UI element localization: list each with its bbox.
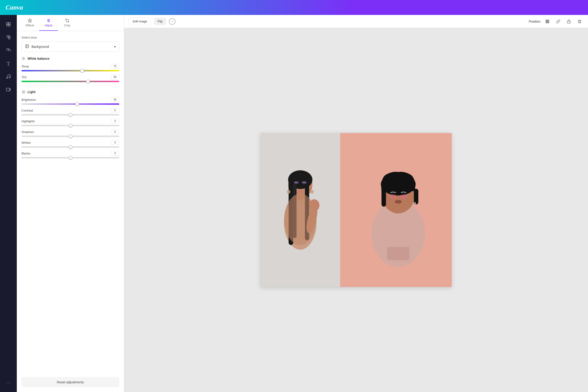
svg-rect-28 <box>548 21 549 22</box>
image-canvas <box>124 28 588 392</box>
highlights-slider-row: Highlights 0 <box>22 119 119 126</box>
svg-point-59 <box>414 202 416 204</box>
svg-rect-0 <box>6 22 8 24</box>
svg-rect-9 <box>6 88 10 91</box>
svg-rect-2 <box>6 24 8 26</box>
sidebar-icon-elements[interactable] <box>3 32 14 43</box>
svg-rect-54 <box>414 189 418 204</box>
svg-point-20 <box>26 45 26 46</box>
blacks-slider[interactable] <box>22 157 119 158</box>
svg-rect-1 <box>9 22 10 24</box>
chevron-down-icon: ▾ <box>114 45 116 48</box>
icon-sidebar: ··· <box>0 15 17 392</box>
edit-image-button[interactable]: Edit image <box>129 18 151 25</box>
reset-adjustments-button[interactable]: Reset adjustments <box>22 377 119 387</box>
highlights-value[interactable]: 0 <box>111 119 119 124</box>
blacks-thumb[interactable] <box>68 156 72 160</box>
svg-point-13 <box>49 21 50 22</box>
flip-button[interactable]: Flip <box>154 18 166 25</box>
tint-slider[interactable] <box>22 81 119 82</box>
sidebar-icon-layout[interactable] <box>3 19 14 30</box>
blacks-label: Blacks <box>22 152 30 155</box>
area-dropdown-label: Background <box>32 45 112 48</box>
tab-crop-label: Crop <box>64 24 70 27</box>
temp-label: Temp <box>22 65 29 68</box>
highlights-slider[interactable] <box>22 125 119 126</box>
canva-logo: Canva <box>6 4 23 11</box>
svg-point-44 <box>310 190 314 194</box>
contrast-label: Contrast <box>22 109 33 112</box>
svg-point-61 <box>399 194 407 199</box>
whites-label: Whites <box>22 141 31 144</box>
tint-thumb[interactable] <box>86 80 90 83</box>
svg-rect-58 <box>387 247 410 260</box>
whites-slider[interactable] <box>22 146 119 148</box>
shadows-slider[interactable] <box>22 136 119 137</box>
area-dropdown[interactable]: Background ▾ <box>22 42 119 52</box>
lock-icon[interactable] <box>565 18 572 25</box>
svg-point-8 <box>9 77 10 78</box>
highlights-thumb[interactable] <box>68 124 72 128</box>
svg-rect-29 <box>546 22 546 23</box>
shadows-value[interactable]: 0 <box>111 130 119 134</box>
whites-value[interactable]: 0 <box>111 140 119 145</box>
brightness-slider-row: Brightness 40 <box>22 97 119 105</box>
link-icon[interactable] <box>554 18 562 25</box>
brightness-label: Brightness <box>22 98 36 102</box>
blacks-value[interactable]: 0 <box>111 151 119 156</box>
top-bar: Canva <box>0 0 588 15</box>
svg-point-21 <box>23 58 24 59</box>
svg-rect-5 <box>8 37 10 39</box>
tab-effects[interactable]: Effects <box>20 15 39 31</box>
white-balance-section: White balance Temp 75 <box>22 56 119 82</box>
shadows-thumb[interactable] <box>68 134 72 138</box>
svg-rect-53 <box>382 189 386 207</box>
svg-point-7 <box>6 77 8 79</box>
image-left-panel <box>260 133 340 287</box>
svg-rect-25 <box>548 20 549 20</box>
trash-icon[interactable] <box>576 18 583 25</box>
temp-thumb[interactable] <box>80 69 84 72</box>
tint-slider-row: Tint 80 <box>22 75 119 82</box>
sidebar-icon-more[interactable]: ··· <box>3 377 14 388</box>
panel-tabs: Effects Adjust Crop <box>17 15 124 31</box>
brightness-thumb[interactable] <box>75 102 79 106</box>
svg-rect-23 <box>546 20 546 20</box>
light-title: Light <box>22 90 119 94</box>
whites-thumb[interactable] <box>68 145 72 149</box>
tab-adjust[interactable]: Adjust <box>39 15 58 31</box>
sidebar-icon-music[interactable] <box>3 71 14 82</box>
canvas-area: Edit image Flip i Position <box>124 15 588 392</box>
contrast-slider[interactable] <box>22 114 119 116</box>
shadows-slider-row: Shadows 0 <box>22 130 119 137</box>
canvas-toolbar: Edit image Flip i Position <box>124 15 588 28</box>
whites-slider-row: Whites 0 <box>22 140 119 148</box>
contrast-value[interactable]: 0 <box>111 108 119 113</box>
contrast-slider-row: Contrast 0 <box>22 108 119 116</box>
grid-icon[interactable] <box>544 18 551 25</box>
info-button[interactable]: i <box>169 18 176 25</box>
temp-value[interactable]: 75 <box>111 64 119 68</box>
app-container: Canva <box>0 0 588 392</box>
sidebar-icon-upload[interactable] <box>3 45 14 56</box>
sidebar-icon-video[interactable] <box>3 84 14 95</box>
temp-slider-row: Temp 75 <box>22 64 119 72</box>
main-area: ··· Effects <box>0 15 588 392</box>
contrast-thumb[interactable] <box>68 113 72 117</box>
adjust-panel: Effects Adjust Crop <box>17 15 124 392</box>
image-right-panel <box>340 133 452 287</box>
svg-rect-3 <box>9 24 10 26</box>
svg-rect-32 <box>567 21 570 23</box>
temp-slider[interactable] <box>22 70 119 72</box>
tint-value[interactable]: 80 <box>111 75 119 79</box>
svg-rect-26 <box>546 21 546 22</box>
sidebar-icon-text[interactable] <box>3 58 14 69</box>
tab-crop[interactable]: Crop <box>58 15 76 31</box>
white-balance-title: White balance <box>22 56 119 61</box>
shadows-label: Shadows <box>22 130 34 134</box>
brightness-slider[interactable] <box>22 103 119 105</box>
svg-rect-30 <box>547 22 548 23</box>
panel-content: Select area Background ▾ <box>17 31 124 375</box>
brightness-value[interactable]: 40 <box>111 97 119 102</box>
image-icon <box>25 44 29 49</box>
